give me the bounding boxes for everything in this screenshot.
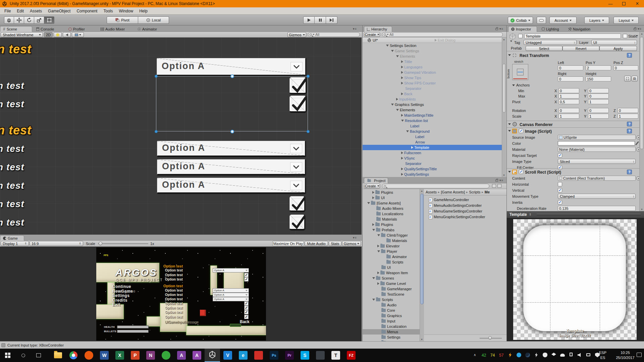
project-folder--game-assets-[interactable]: [Game Assets]	[363, 200, 420, 206]
scene-dropdown-widget[interactable]: Option A	[157, 141, 306, 157]
shading-mode-dropdown[interactable]: Shaded Wireframe	[1, 32, 43, 37]
menu-window[interactable]: Window	[116, 8, 136, 14]
taskbar-green-app-icon[interactable]	[158, 349, 174, 362]
tray-afterburner-icon[interactable]	[508, 353, 513, 357]
clock[interactable]: 10:2525/10/2017	[612, 350, 638, 360]
selection-handle[interactable]	[230, 74, 234, 78]
hierarchy-item-qualitysettingstittle[interactable]: QualitySettingsTittle	[363, 166, 502, 172]
hierarchy-item-separator[interactable]: Separator	[363, 161, 502, 166]
expand-open-icon[interactable]	[377, 250, 380, 252]
hierarchy-item-tittle[interactable]: Tittle	[363, 59, 502, 64]
hierarchy-item-game-settings[interactable]: Game Settings	[363, 48, 502, 54]
project-folder-climbtrigger[interactable]: ClimbTrigger	[363, 233, 420, 238]
project-option-icon[interactable]	[492, 184, 496, 188]
game-back-button[interactable]: Back	[240, 319, 250, 324]
object-picker-icon[interactable]	[636, 147, 639, 152]
static-dropdown-icon[interactable]	[636, 35, 638, 37]
tray-telegram-icon[interactable]	[517, 353, 521, 357]
help-icon[interactable]: ?	[627, 129, 632, 133]
expand-open-icon[interactable]	[406, 130, 409, 132]
project-file-menuaudiosettingscontroller[interactable]: MenuAudioSettingsController	[424, 203, 506, 208]
game-gizmos-dropdown[interactable]: Gizmos	[342, 241, 361, 246]
start-button[interactable]	[0, 349, 15, 362]
selection-handle[interactable]	[307, 75, 310, 78]
expand-closed-icon[interactable]	[372, 223, 374, 226]
scene-lighting-toggle[interactable]	[54, 32, 62, 37]
expand-closed-icon[interactable]	[401, 157, 403, 160]
project-folder-localization[interactable]: Localization	[363, 324, 420, 329]
scene-checkbox-widget[interactable]	[289, 196, 305, 212]
aspect-ratio-dropdown[interactable]: 16:9⇕	[30, 241, 83, 246]
hierarchy-item-vsync[interactable]: VSync	[363, 156, 502, 161]
hierarchy-item-resolution-list[interactable]: Resolution list	[363, 118, 502, 123]
scene-viewport[interactable]: n testn testn testn testn testn testn te…	[0, 38, 362, 235]
scroll-up-icon[interactable]: ▲	[421, 190, 423, 192]
hierarchy-item-arrow[interactable]: Arrow	[363, 139, 502, 145]
pause-button[interactable]	[315, 16, 326, 24]
tab-project[interactable]: Project	[364, 178, 388, 183]
taskbar-skype-icon[interactable]: S	[297, 349, 313, 362]
layout-dropdown[interactable]: Layout	[613, 17, 639, 24]
expand-open-icon[interactable]	[386, 45, 389, 47]
taskbar-powerpoint-icon[interactable]: P	[127, 349, 143, 362]
layers-dropdown[interactable]: Layers	[584, 17, 609, 24]
expand-closed-icon[interactable]	[401, 76, 403, 79]
tray-usb-icon[interactable]	[570, 353, 573, 356]
scene-pane-menu-icon[interactable]: ▾≡	[353, 27, 357, 31]
prefab-select-button[interactable]: Select	[526, 46, 562, 51]
scene-checkbox-widget[interactable]	[289, 215, 305, 230]
active-checkbox[interactable]	[518, 34, 523, 38]
tab-scene[interactable]: #Scene	[0, 26, 32, 32]
taskbar-media-app-icon[interactable]: A	[174, 349, 189, 362]
help-icon[interactable]: ?	[627, 170, 632, 174]
project-folder-scripts[interactable]: Scripts	[363, 259, 420, 265]
breadcrumb-segment[interactable]: Scripts	[469, 190, 481, 194]
expand-closed-icon[interactable]	[401, 168, 403, 170]
menu-help[interactable]: Help	[136, 8, 151, 14]
project-folder-input[interactable]: Input	[363, 318, 420, 324]
taskbar-photoshop-icon[interactable]: Ps	[266, 349, 282, 362]
expand-open-icon[interactable]	[391, 50, 394, 52]
object-picker-icon[interactable]	[636, 176, 639, 180]
expand-closed-icon[interactable]	[372, 191, 374, 194]
posy-field[interactable]: 2	[586, 65, 611, 70]
anchors-foldout-icon[interactable]	[512, 84, 515, 86]
expand-closed-icon[interactable]	[377, 245, 379, 247]
scene-dropdown-widget[interactable]: Option A	[157, 159, 306, 175]
lock-icon[interactable]	[495, 180, 498, 182]
project-folder-scripts[interactable]: Scripts	[363, 297, 420, 302]
project-create-button[interactable]: Create	[364, 184, 380, 188]
game-dropdown[interactable]: Option A	[213, 297, 249, 301]
max-y-field[interactable]: 0	[588, 94, 609, 99]
project-folder-graphics[interactable]: Graphics	[363, 313, 420, 318]
tray-volume-icon[interactable]	[578, 353, 582, 357]
preview-header[interactable]: Template ⇕	[507, 211, 644, 218]
game-menu-settings[interactable]: Settings	[112, 293, 129, 298]
source-image-field[interactable]: UISprite	[558, 135, 636, 140]
step-button[interactable]	[326, 16, 337, 24]
project-folder-animator[interactable]: Animator	[363, 254, 420, 259]
expand-open-icon[interactable]	[396, 109, 399, 111]
content-field[interactable]: Content (Rect Transform)	[558, 176, 636, 181]
expand-closed-icon[interactable]	[401, 71, 403, 74]
tray-steam-icon[interactable]	[525, 353, 530, 357]
taskbar-premiere-icon[interactable]: Pr	[282, 349, 297, 362]
project-folder-gamemanager[interactable]: GameManager	[363, 286, 420, 292]
taskbar-word-icon[interactable]: W	[97, 349, 112, 362]
project-tree-scrollbar-thumb[interactable]	[420, 194, 424, 304]
expand-closed-icon[interactable]	[401, 60, 403, 63]
tab-audio-mixer[interactable]: Audio Mixer	[98, 26, 133, 32]
action-center-icon[interactable]	[637, 353, 642, 357]
scroll-up-icon[interactable]: ▲	[641, 33, 643, 35]
rotate-tool-button[interactable]	[24, 16, 34, 24]
scene-effects-dropdown[interactable]	[72, 32, 84, 37]
hierarchy-item-gamepad-vibration[interactable]: Gamepad Vibration	[363, 70, 502, 75]
tray-expand-icon[interactable]: ∧	[474, 353, 476, 357]
menu-gameobject[interactable]: GameObject	[45, 8, 73, 14]
component-foldout-icon[interactable]	[508, 123, 511, 125]
hierarchy-item-back[interactable]: Back	[363, 91, 502, 97]
taskbar-edge-icon[interactable]: e	[235, 349, 251, 362]
hierarchy-item-show-fps-counter[interactable]: Show FPS Counter	[363, 80, 502, 86]
hierarchy-item-elements[interactable]: Elements	[363, 107, 502, 113]
project-folder-elevator[interactable]: Elevator	[363, 243, 420, 249]
